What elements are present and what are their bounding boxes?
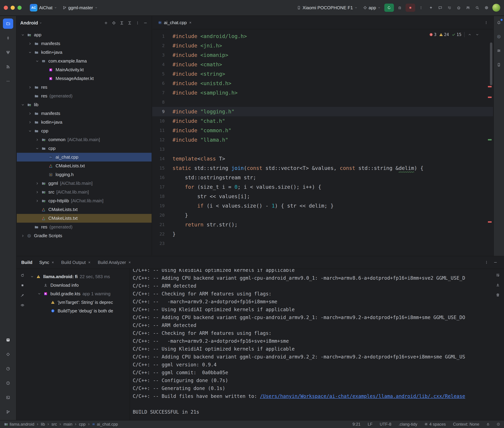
code-with-me-button[interactable]: [464, 4, 472, 12]
expand-chevron-icon[interactable]: [27, 129, 33, 133]
error-stripe-mark[interactable]: [488, 86, 492, 87]
close-tab-icon[interactable]: [128, 261, 131, 264]
breadcrumb-item[interactable]: cpp: [79, 422, 85, 427]
hide-button[interactable]: [142, 19, 149, 27]
tree-item[interactable]: kotlin+java: [17, 118, 152, 127]
tree-item[interactable]: CMakeLists.txt: [17, 162, 152, 170]
soft-wrap-button[interactable]: [494, 271, 502, 279]
expand-chevron-icon[interactable]: [19, 103, 26, 107]
next-problem-button[interactable]: [474, 32, 480, 38]
clear-button[interactable]: [494, 291, 502, 299]
project-toolwindow-button[interactable]: [3, 18, 13, 29]
scroll-to-end-button[interactable]: [494, 281, 502, 289]
build-tree-item[interactable]: build.gradle.ktsapp 1 warning: [28, 289, 130, 298]
tree-item[interactable]: ggml[AiChat.lib.main]: [17, 179, 152, 188]
code-line[interactable]: 22}: [152, 229, 493, 239]
device-selector[interactable]: Xiaomi POCOPHONE F1: [295, 4, 359, 12]
code-line[interactable]: 14template<class T>: [152, 154, 493, 163]
run-button[interactable]: [384, 4, 394, 12]
tree-item[interactable]: app: [17, 31, 152, 39]
ai-chat-button[interactable]: [436, 4, 444, 12]
expand-chevron-icon[interactable]: [27, 121, 33, 124]
search-everywhere-button[interactable]: [473, 4, 481, 12]
breadcrumb-item[interactable]: ai_chat.cpp: [97, 422, 118, 427]
app-inspection-toolwindow-button[interactable]: [3, 349, 13, 360]
settings-button[interactable]: [482, 4, 491, 12]
passed-count[interactable]: 15: [451, 32, 462, 37]
warning-count[interactable]: 24: [438, 32, 450, 37]
pull-requests-toolwindow-button[interactable]: [3, 62, 13, 72]
project-view-selector[interactable]: Android: [20, 20, 38, 26]
build-tree-item[interactable]: Download info: [28, 281, 130, 289]
avatar[interactable]: [492, 4, 500, 12]
tree-item[interactable]: CMakeLists.txt: [17, 214, 152, 223]
build-tree-item[interactable]: llama.android: fi22 sec, 583 ms: [28, 272, 130, 281]
indent-widget[interactable]: 4 spaces: [425, 422, 446, 427]
caret-position-widget[interactable]: 9:21: [352, 422, 360, 427]
expand-chevron-icon[interactable]: [34, 138, 41, 141]
expand-chevron-icon[interactable]: [34, 199, 41, 203]
change-stripe-mark[interactable]: [488, 139, 492, 140]
line-number[interactable]: 5: [152, 71, 172, 76]
expand-chevron-icon[interactable]: [27, 51, 33, 54]
more-tool-windows-toolwindow-button[interactable]: [3, 76, 13, 86]
code-line[interactable]: 3#include <iomanip>: [152, 50, 493, 60]
line-number[interactable]: 16: [152, 175, 172, 180]
more-button[interactable]: [134, 19, 141, 27]
line-number[interactable]: 14: [152, 156, 172, 161]
line-number[interactable]: 11: [152, 128, 172, 133]
tree-item[interactable]: cpp-httplib[AiChat.lib.main]: [17, 197, 152, 205]
expand-chevron-icon[interactable]: [19, 234, 26, 238]
code-line[interactable]: 4#include <cmath>: [152, 60, 493, 69]
build-toolwindow-button[interactable]: [3, 335, 13, 345]
tree-item[interactable]: res(generated): [17, 223, 152, 231]
encoding-widget[interactable]: UTF-8: [380, 422, 391, 427]
structure-toolwindow-button[interactable]: [3, 47, 13, 58]
console-link[interactable]: /Users/hanyin/Workspace/ai-chat/examples…: [260, 393, 465, 399]
build-tree-item[interactable]: BuildType 'debug' is both de: [28, 307, 130, 315]
line-number[interactable]: 22: [152, 231, 172, 237]
ai-actions-button[interactable]: [427, 4, 435, 12]
stop-button[interactable]: [406, 4, 415, 12]
line-number[interactable]: 20: [152, 213, 172, 218]
code-line[interactable]: 5#include <string>: [152, 69, 493, 79]
code-line[interactable]: 9#include "logging.h": [152, 107, 493, 116]
preview-button[interactable]: [19, 301, 26, 309]
tree-item[interactable]: C+ai_chat.cpp: [17, 153, 152, 162]
line-number[interactable]: 18: [152, 194, 172, 199]
expand-all-button[interactable]: [118, 19, 126, 27]
tree-item[interactable]: kotlin+java: [17, 48, 152, 57]
expand-chevron-icon[interactable]: [34, 182, 41, 185]
tree-item[interactable]: src[AiChat.lib.main]: [17, 188, 152, 197]
pin-button[interactable]: [19, 291, 26, 299]
line-number[interactable]: 15: [152, 166, 172, 171]
code-line[interactable]: 19 if (i < values.size() - 1) { str << d…: [152, 201, 493, 211]
build-tab-sync[interactable]: Sync: [39, 260, 54, 265]
expand-chevron-icon[interactable]: [34, 147, 41, 150]
todo-list-button[interactable]: [445, 4, 453, 12]
suspend-button[interactable]: [19, 281, 26, 289]
commit-toolwindow-button[interactable]: [3, 33, 13, 43]
breadcrumb-item[interactable]: main: [63, 422, 72, 427]
code-line[interactable]: 7#include <sampling.h>: [152, 88, 493, 98]
close-tab-icon[interactable]: [51, 261, 54, 264]
code-line[interactable]: 20 }: [152, 211, 493, 220]
error-stripe-mark[interactable]: [488, 97, 492, 98]
build-tree-item[interactable]: 'jvmTarget': String' is deprec: [28, 298, 130, 307]
line-number[interactable]: 3: [152, 53, 172, 58]
error-stripe-mark[interactable]: [488, 221, 492, 223]
code-line[interactable]: 2#include <jni.h>: [152, 41, 493, 50]
tree-item[interactable]: manifests: [17, 109, 152, 118]
expand-chevron-icon[interactable]: [29, 275, 35, 278]
build-window-title[interactable]: Build: [21, 260, 32, 265]
code-line[interactable]: 17 for (size_t i = 0; i < values.size();…: [152, 182, 493, 192]
code-line[interactable]: 12#include "llama.h": [152, 135, 493, 145]
build-tab-build-output[interactable]: Build Output: [61, 260, 91, 265]
build-tab-build-analyzer[interactable]: Build Analyzer: [98, 260, 131, 265]
problems-toolwindow-button[interactable]: [3, 378, 13, 388]
code-line[interactable]: 15static std::string join(const std::vec…: [152, 163, 493, 173]
tree-item[interactable]: MainActivity.kt: [17, 66, 152, 74]
line-number[interactable]: 8: [152, 100, 172, 105]
expand-chevron-icon[interactable]: [27, 86, 33, 89]
tree-item[interactable]: common[AiChat.lib.main]: [17, 135, 152, 144]
